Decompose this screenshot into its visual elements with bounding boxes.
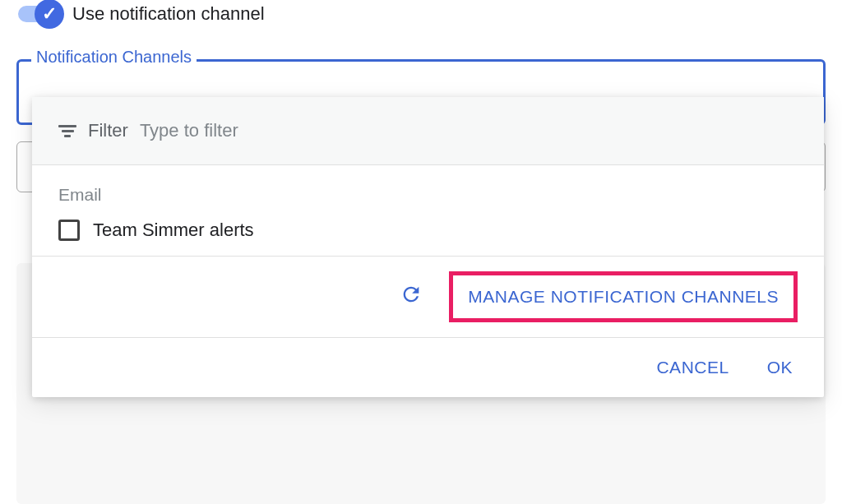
- fieldset-legend: Notification Channels: [31, 48, 197, 67]
- cancel-button[interactable]: CANCEL: [656, 358, 729, 377]
- channel-item[interactable]: Team Simmer alerts: [58, 220, 798, 241]
- manage-row: MANAGE NOTIFICATION CHANNELS: [32, 257, 824, 338]
- channel-checkbox[interactable]: [58, 220, 80, 241]
- actions-row: CANCEL OK: [32, 338, 824, 397]
- filter-bar: Filter: [32, 97, 824, 165]
- filter-input[interactable]: [140, 120, 798, 141]
- refresh-icon[interactable]: [400, 283, 423, 312]
- notification-channels-dropdown: Filter Email Team Simmer alerts MANAGE N…: [32, 97, 824, 397]
- use-notification-channel-toggle[interactable]: ✓: [18, 6, 59, 22]
- channel-name: Team Simmer alerts: [93, 220, 254, 241]
- filter-icon: [58, 125, 76, 137]
- ok-button[interactable]: OK: [767, 358, 793, 377]
- channel-type-label: Email: [58, 185, 798, 205]
- channel-section-email: Email Team Simmer alerts: [32, 165, 824, 257]
- toggle-label: Use notification channel: [72, 3, 265, 25]
- checkmark-icon: ✓: [42, 3, 57, 25]
- toggle-row: ✓ Use notification channel: [0, 0, 842, 28]
- manage-notification-channels-button[interactable]: MANAGE NOTIFICATION CHANNELS: [449, 271, 798, 322]
- filter-label: Filter: [88, 120, 128, 141]
- toggle-thumb: ✓: [35, 0, 64, 29]
